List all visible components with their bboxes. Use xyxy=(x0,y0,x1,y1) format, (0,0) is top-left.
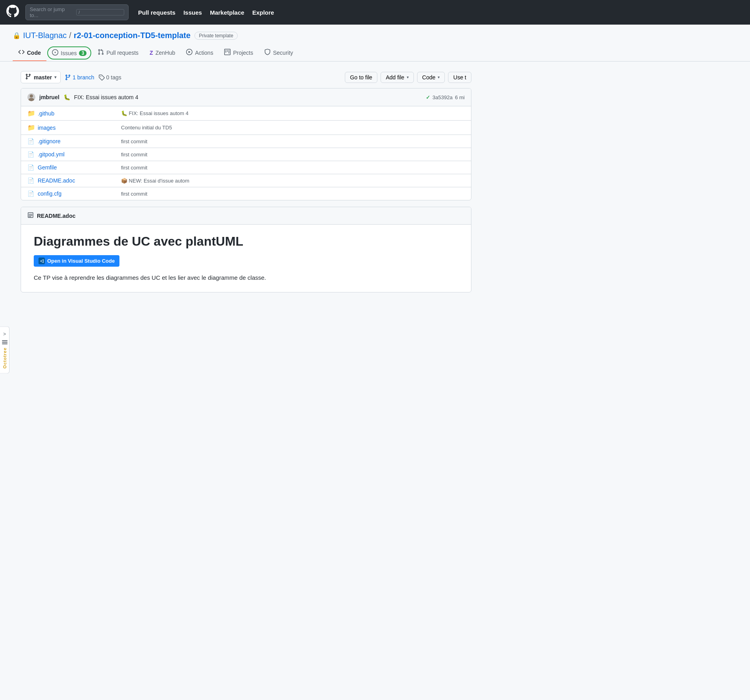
readme-body: Diagrammes de UC avec plantUML ◁ Open in… xyxy=(21,225,471,292)
file-row: 📄 config.cfg first commit xyxy=(21,187,471,200)
file-commit-config: first commit xyxy=(121,191,465,197)
nav-marketplace[interactable]: Marketplace xyxy=(210,9,244,16)
tab-issues[interactable]: Issues 3 xyxy=(47,46,91,60)
tags-count: 0 xyxy=(106,74,110,81)
github-logo[interactable] xyxy=(6,5,19,20)
readme-header: README.adoc xyxy=(21,207,471,225)
issues-tab-icon xyxy=(52,49,58,57)
branches-link[interactable]: 1 branch xyxy=(65,74,94,81)
add-file-label: Add file xyxy=(386,74,404,81)
go-to-file-button[interactable]: Go to file xyxy=(345,72,377,83)
branch-name: master xyxy=(34,74,52,81)
vscode-button[interactable]: ◁ Open in Visual Studio Code xyxy=(34,255,119,267)
tab-security-label: Security xyxy=(273,50,293,56)
file-commit-github: 🐛 FIX: Essai issues autom 4 xyxy=(121,110,465,116)
vscode-icon: ◁ xyxy=(38,258,45,264)
file-commit-readme: 📦 NEW: Essai d'issue autom xyxy=(121,178,465,184)
use-button[interactable]: Use t xyxy=(448,72,471,83)
file-commit-gitpod: first commit xyxy=(121,152,465,158)
readme-heading: Diagrammes de UC avec plantUML xyxy=(34,234,458,249)
tab-pr-label: Pull requests xyxy=(106,50,138,56)
file-name-config[interactable]: config.cfg xyxy=(38,190,117,197)
file-row: 📄 Gemfile first commit xyxy=(21,161,471,174)
search-bar[interactable]: Search or jump to... / xyxy=(25,4,129,20)
add-file-chevron-icon: ▾ xyxy=(407,75,409,79)
tab-security[interactable]: Security xyxy=(259,45,299,61)
nav-issues[interactable]: Issues xyxy=(183,9,202,16)
commit-hash-area: ✓ 3a5392a 6 mi xyxy=(426,94,465,100)
branch-selector[interactable]: master ▾ xyxy=(21,71,61,83)
tags-label: tags xyxy=(111,74,121,81)
commit-check-icon: ✓ xyxy=(426,94,430,100)
tab-code-label: Code xyxy=(27,50,41,56)
file-name-images[interactable]: images xyxy=(38,125,117,131)
file-row: 📄 .gitignore first commit xyxy=(21,135,471,148)
commit-time: 6 mi xyxy=(455,94,465,100)
issues-count-badge: 3 xyxy=(79,50,87,56)
tab-actions[interactable]: Actions xyxy=(181,45,219,61)
tab-zenhub-label: ZenHub xyxy=(156,50,175,56)
add-file-button[interactable]: Add file ▾ xyxy=(381,72,414,83)
file-name-github[interactable]: .github xyxy=(38,110,117,117)
tab-zenhub[interactable]: Z ZenHub xyxy=(144,46,181,61)
readme-list-icon xyxy=(27,212,34,219)
repo-header: 🔒 IUT-Blagnac / r2-01-conception-TD5-tem… xyxy=(0,25,750,62)
file-icon: 📄 xyxy=(27,177,34,184)
top-nav: Search or jump to... / Pull requests Iss… xyxy=(0,0,750,25)
file-icon: 📄 xyxy=(27,151,34,158)
nav-links: Pull requests Issues Marketplace Explore xyxy=(138,9,274,16)
folder-icon: 📁 xyxy=(27,124,34,131)
file-icon: 📄 xyxy=(27,138,34,144)
file-commit-gitignore: first commit xyxy=(121,138,465,144)
file-commit-images: Contenu initial du TD5 xyxy=(121,125,465,131)
code-button[interactable]: Code ▾ xyxy=(417,72,445,83)
code-tab-icon xyxy=(18,49,25,56)
repo-tabs: Code Issues 3 Pull requests Z ZenHub xyxy=(13,45,737,61)
svg-point-0 xyxy=(30,94,33,98)
branches-count: 1 xyxy=(73,74,76,81)
search-placeholder: Search or jump to... xyxy=(30,6,73,18)
file-commit-gemfile: first commit xyxy=(121,165,465,171)
branch-chevron-icon: ▾ xyxy=(54,75,56,79)
readme-body-text: Ce TP vise à reprendre les diagrammes de… xyxy=(34,273,458,283)
tab-code[interactable]: Code xyxy=(13,45,46,61)
commit-bug-emoji: 🐛 xyxy=(63,94,70,100)
org-link[interactable]: IUT-Blagnac xyxy=(23,31,67,40)
zenhub-tab-icon: Z xyxy=(150,50,153,56)
file-row: 📁 images Contenu initial du TD5 xyxy=(21,121,471,135)
code-chevron-icon: ▾ xyxy=(438,75,440,79)
file-icon: 📄 xyxy=(27,164,34,171)
file-name-readme[interactable]: README.adoc xyxy=(38,177,117,184)
tab-actions-label: Actions xyxy=(195,50,213,56)
lock-icon: 🔒 xyxy=(13,32,21,39)
branches-label: branch xyxy=(77,74,94,81)
tags-link[interactable]: 0 tags xyxy=(98,74,121,81)
security-tab-icon xyxy=(264,49,271,56)
vscode-btn-label: Open in Visual Studio Code xyxy=(47,258,115,264)
file-row: 📁 .github 🐛 FIX: Essai issues autom 4 xyxy=(21,106,471,121)
breadcrumb: 🔒 IUT-Blagnac / r2-01-conception-TD5-tem… xyxy=(13,31,737,40)
nav-pull-requests[interactable]: Pull requests xyxy=(138,9,175,16)
code-btn-label: Code xyxy=(422,74,435,81)
pr-tab-icon xyxy=(98,49,104,56)
repo-name-link[interactable]: r2-01-conception-TD5-template xyxy=(74,31,191,40)
private-template-badge: Private template xyxy=(194,32,238,40)
tab-projects[interactable]: Projects xyxy=(219,45,259,61)
file-table: jmbruel 🐛 FIX: Essai issues autom 4 ✓ 3a… xyxy=(21,88,471,200)
commit-avatar xyxy=(27,93,35,101)
breadcrumb-separator: / xyxy=(69,31,71,40)
file-name-gitpod[interactable]: .gitpod.yml xyxy=(38,151,117,158)
tab-issues-label: Issues xyxy=(61,50,77,56)
projects-tab-icon xyxy=(224,49,231,56)
commit-message[interactable]: FIX: Essai issues autom 4 xyxy=(74,94,138,100)
commit-hash[interactable]: 3a5392a xyxy=(433,94,453,100)
nav-explore[interactable]: Explore xyxy=(252,9,274,16)
file-name-gemfile[interactable]: Gemfile xyxy=(38,164,117,171)
branch-icon xyxy=(25,73,31,81)
file-name-gitignore[interactable]: .gitignore xyxy=(38,138,117,144)
commit-header: jmbruel 🐛 FIX: Essai issues autom 4 ✓ 3a… xyxy=(21,88,471,106)
commit-author[interactable]: jmbruel xyxy=(39,94,60,100)
branch-actions: Go to file Add file ▾ Code ▾ Use t xyxy=(345,72,471,83)
branch-bar: master ▾ 1 branch 0 tags Go to file Add … xyxy=(21,71,471,83)
tab-pull-requests[interactable]: Pull requests xyxy=(92,45,144,61)
